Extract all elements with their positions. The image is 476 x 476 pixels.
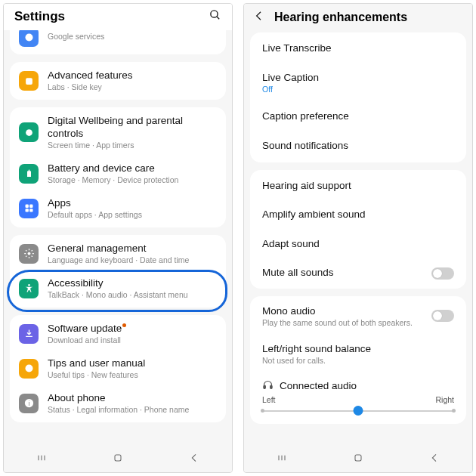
- settings-list: Google services Advanced featuresLabs · …: [4, 30, 232, 447]
- battery-icon: [19, 164, 39, 184]
- accessibility-icon: [19, 279, 39, 298]
- item-amplify-ambient[interactable]: Amplify ambient sound: [250, 200, 466, 230]
- wellbeing-icon: [19, 122, 39, 142]
- item-sub: Language and keyboard · Date and time: [48, 255, 217, 265]
- item-title: Digital Wellbeing and parental controls: [48, 115, 217, 141]
- settings-item-software-update[interactable]: Software updateDownload and install: [10, 317, 226, 351]
- settings-item-tips[interactable]: Tips and user manualUseful tips · New fe…: [10, 351, 226, 386]
- settings-header: Settings: [4, 4, 232, 30]
- item-sub: Not used for calls.: [262, 356, 454, 365]
- svg-point-11: [25, 365, 32, 372]
- recents-button[interactable]: [276, 452, 288, 467]
- item-sub: Google services: [48, 32, 217, 42]
- apps-icon: [19, 199, 39, 218]
- item-hearing-aid[interactable]: Hearing aid support: [250, 172, 466, 201]
- svg-line-1: [217, 17, 219, 19]
- status-label: Off: [262, 85, 454, 94]
- svg-rect-8: [29, 209, 32, 212]
- item-adapt-sound[interactable]: Adapt sound: [250, 230, 466, 259]
- settings-item-battery[interactable]: Battery and device careStorage · Memory …: [10, 156, 226, 191]
- item-title: Apps: [48, 197, 217, 210]
- nav-bar: [4, 447, 232, 472]
- svg-point-0: [211, 11, 218, 17]
- headphones-icon: [262, 379, 274, 394]
- item-title: General management: [48, 243, 217, 255]
- svg-rect-7: [25, 209, 28, 212]
- item-title: Accessibility: [48, 277, 217, 290]
- mono-audio-toggle[interactable]: [431, 310, 454, 322]
- settings-item-about[interactable]: i About phoneStatus · Legal information …: [10, 386, 226, 421]
- slider-left-label: Left: [262, 395, 276, 404]
- back-icon[interactable]: [253, 10, 265, 25]
- item-sub: Default apps · App settings: [48, 210, 217, 220]
- item-title: About phone: [48, 392, 217, 405]
- balance-slider[interactable]: [262, 406, 454, 416]
- balance-slider-wrap: Left Right: [250, 395, 466, 422]
- svg-rect-18: [264, 385, 266, 388]
- svg-rect-19: [270, 385, 273, 388]
- item-sub: TalkBack · Mono audio · Assistant menu: [48, 290, 217, 300]
- item-sub: Screen time · App timers: [48, 141, 217, 150]
- settings-item-apps[interactable]: AppsDefault apps · App settings: [10, 191, 226, 226]
- page-title: Settings: [14, 9, 65, 24]
- info-icon: i: [19, 394, 39, 413]
- svg-rect-17: [115, 455, 121, 461]
- connected-audio-label: Connected audio: [280, 380, 357, 393]
- gear-icon: [19, 244, 39, 264]
- slider-thumb[interactable]: [354, 406, 363, 416]
- hearing-header: Hearing enhancements: [244, 4, 472, 32]
- connected-audio-row: Connected audio: [250, 373, 466, 395]
- google-icon: [19, 30, 39, 47]
- item-sub: Play the same sound out of both speakers…: [262, 318, 413, 327]
- advanced-icon: [19, 71, 39, 91]
- item-live-caption[interactable]: Live CaptionOff: [250, 63, 466, 102]
- hearing-list: Live Transcribe Live CaptionOff Caption …: [244, 32, 472, 447]
- svg-point-9: [27, 252, 30, 255]
- settings-item-general[interactable]: General managementLanguage and keyboard …: [10, 236, 226, 271]
- svg-rect-3: [26, 78, 32, 85]
- item-title: Advanced features: [48, 70, 217, 82]
- svg-point-10: [28, 284, 30, 286]
- back-button[interactable]: [188, 452, 200, 467]
- item-sub: Storage · Memory · Device protection: [48, 175, 217, 185]
- svg-rect-23: [355, 455, 361, 461]
- hearing-screen: Hearing enhancements Live Transcribe Liv…: [243, 3, 473, 473]
- item-sub: Download and install: [48, 335, 217, 345]
- item-title: Battery and device care: [48, 162, 217, 175]
- svg-point-4: [26, 129, 32, 136]
- item-mono-audio[interactable]: Mono audio Play the same sound out of bo…: [250, 298, 466, 335]
- svg-text:i: i: [28, 400, 29, 407]
- settings-screen: Settings Google services Advanced featur…: [3, 3, 233, 473]
- item-live-transcribe[interactable]: Live Transcribe: [250, 34, 466, 63]
- home-button[interactable]: [112, 452, 124, 467]
- settings-item-wellbeing[interactable]: Digital Wellbeing and parental controlsS…: [10, 109, 226, 156]
- settings-item-google[interactable]: Google services: [10, 30, 226, 53]
- tips-icon: [19, 359, 39, 379]
- back-button[interactable]: [428, 452, 440, 467]
- recents-button[interactable]: [36, 452, 48, 467]
- svg-rect-6: [29, 205, 32, 208]
- item-sub: Labs · Side key: [48, 82, 217, 92]
- item-sound-notifications[interactable]: Sound notifications: [250, 131, 466, 161]
- svg-point-2: [25, 33, 32, 41]
- home-button[interactable]: [352, 452, 364, 467]
- slider-right-label: Right: [435, 395, 454, 404]
- update-badge-icon: [122, 323, 126, 327]
- svg-rect-5: [25, 205, 28, 208]
- mute-all-toggle[interactable]: [431, 267, 454, 280]
- item-sub: Useful tips · New features: [48, 370, 217, 380]
- settings-item-accessibility[interactable]: AccessibilityTalkBack · Mono audio · Ass…: [10, 271, 226, 306]
- update-icon: [19, 324, 39, 344]
- item-sound-balance[interactable]: Left/right sound balance Not used for ca…: [250, 335, 466, 373]
- item-sub: Status · Legal information · Phone name: [48, 405, 217, 415]
- settings-item-advanced-features[interactable]: Advanced featuresLabs · Side key: [10, 63, 226, 98]
- page-title: Hearing enhancements: [274, 11, 407, 24]
- nav-bar: [244, 447, 472, 472]
- item-caption-preference[interactable]: Caption preference: [250, 102, 466, 131]
- item-title: Tips and user manual: [48, 357, 217, 370]
- item-mute-all[interactable]: Mute all sounds: [250, 259, 466, 287]
- search-icon[interactable]: [209, 8, 221, 24]
- item-title: Software update: [48, 323, 217, 335]
